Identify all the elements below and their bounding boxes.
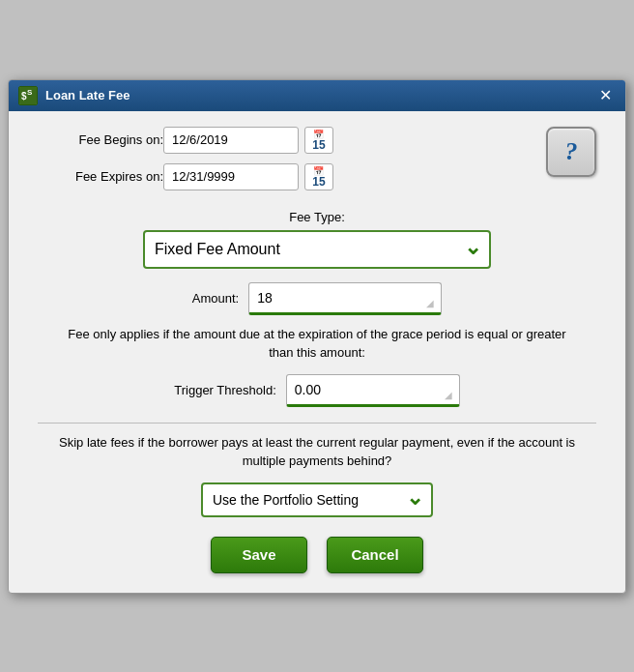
title-bar-left: $ S Loan Late Fee <box>18 86 130 105</box>
close-button[interactable]: ✕ <box>595 86 616 105</box>
help-button[interactable]: ? <box>546 127 596 177</box>
fee-expires-label: Fee Expires on: <box>38 169 163 184</box>
fee-expires-calendar-button[interactable]: 📅 15 <box>304 163 333 190</box>
app-icon: $ S <box>18 86 38 105</box>
dialog-body: Fee Begins on: 📅 15 Fee Expires on: <box>9 111 625 593</box>
dates-section: Fee Begins on: 📅 15 Fee Expires on: <box>38 127 546 200</box>
portfolio-setting-wrapper: Use the Portfolio Setting Yes No ⌄ <box>201 482 433 517</box>
threshold-label: Trigger Threshold: <box>174 383 276 397</box>
fee-type-select[interactable]: Fixed Fee Amount Percentage of Balance P… <box>143 230 491 269</box>
fee-begins-label: Fee Begins on: <box>38 132 163 147</box>
fee-expires-row: Fee Expires on: 📅 15 <box>38 163 546 190</box>
divider <box>38 423 596 424</box>
loan-late-fee-dialog: $ S Loan Late Fee ✕ Fee Begins on: 📅 <box>8 79 626 594</box>
fee-expires-input[interactable] <box>163 163 299 190</box>
cancel-button[interactable]: Cancel <box>327 537 423 573</box>
fee-expires-field: 📅 15 <box>163 163 333 190</box>
threshold-input[interactable] <box>286 374 460 407</box>
save-button[interactable]: Save <box>211 537 307 573</box>
amount-row: Amount: ◢ <box>38 282 596 315</box>
top-section: Fee Begins on: 📅 15 Fee Expires on: <box>38 127 596 200</box>
amount-input[interactable] <box>248 282 442 315</box>
title-bar: $ S Loan Late Fee ✕ <box>9 80 625 111</box>
help-icon: ? <box>565 137 578 166</box>
threshold-row: Trigger Threshold: ◢ <box>38 374 596 407</box>
fee-type-wrapper: Fixed Fee Amount Percentage of Balance P… <box>143 230 491 269</box>
fee-begins-calendar-button[interactable]: 📅 15 <box>304 127 333 154</box>
button-row: Save Cancel <box>38 537 596 573</box>
fee-info-text: Fee only applies if the amount due at th… <box>38 325 596 363</box>
portfolio-setting-select[interactable]: Use the Portfolio Setting Yes No <box>201 482 433 517</box>
calendar-icon: 📅 15 <box>312 130 325 151</box>
calendar-icon-2: 📅 15 <box>312 166 325 188</box>
resize-handle-icon: ◢ <box>426 298 438 309</box>
fee-begins-row: Fee Begins on: 📅 15 <box>38 127 546 154</box>
amount-input-wrapper: ◢ <box>248 282 442 315</box>
threshold-input-wrapper: ◢ <box>286 374 460 407</box>
amount-label: Amount: <box>192 291 239 306</box>
fee-begins-input[interactable] <box>163 127 299 154</box>
skip-late-fees-text: Skip late fees if the borrower pays at l… <box>38 433 596 471</box>
fee-type-label: Fee Type: <box>38 210 596 224</box>
fee-begins-field: 📅 15 <box>163 127 333 154</box>
svg-text:S: S <box>27 88 33 97</box>
dialog-title: Loan Late Fee <box>45 88 130 102</box>
threshold-resize-handle-icon: ◢ <box>445 390 456 401</box>
